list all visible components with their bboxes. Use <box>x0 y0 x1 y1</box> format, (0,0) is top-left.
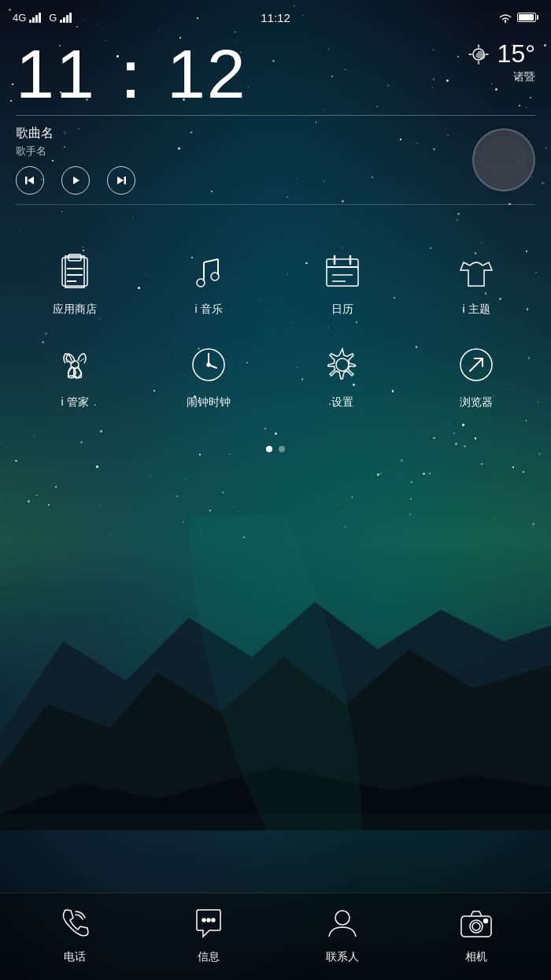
dock-item-camera[interactable]: 相机 <box>409 903 543 964</box>
contacts-icon <box>322 903 363 944</box>
network-g-label: G <box>49 12 57 24</box>
big-clock: 11：12 <box>16 39 247 109</box>
music-label: i 音乐 <box>195 303 223 317</box>
clock-area: 11：12 15° 诸暨 <box>0 32 551 109</box>
app-item-settings[interactable]: 设置 <box>276 329 409 422</box>
contacts-label: 联系人 <box>326 950 359 964</box>
theme-label: i 主题 <box>463 303 490 317</box>
camera-label: 相机 <box>465 950 487 964</box>
messages-icon <box>188 903 229 944</box>
app-item-clock[interactable]: 闹钟时钟 <box>142 329 276 422</box>
status-bar: 4G G 11:12 <box>0 0 551 32</box>
camera-icon <box>456 903 497 944</box>
dock-item-phone[interactable]: 电话 <box>8 903 142 964</box>
weather-icon <box>468 43 493 65</box>
dock-item-contacts[interactable]: 联系人 <box>276 903 409 964</box>
next-button[interactable] <box>107 166 135 195</box>
music-icon <box>186 249 231 295</box>
weather-city: 诸暨 <box>468 70 535 84</box>
album-art <box>472 128 535 191</box>
svg-point-38 <box>207 363 210 366</box>
music-area: 歌曲名 歌手名 <box>0 116 551 204</box>
play-button[interactable] <box>61 166 90 195</box>
calendar-label: 日历 <box>331 303 353 317</box>
svg-point-48 <box>472 922 480 930</box>
app-store-label: 应用商店 <box>53 303 97 317</box>
messages-label: 信息 <box>198 950 220 964</box>
status-left: 4G G <box>13 12 72 24</box>
svg-point-23 <box>197 279 205 287</box>
app-item-browser[interactable]: 浏览器 <box>409 329 543 422</box>
clock-label: 闹钟时钟 <box>187 395 231 410</box>
svg-point-42 <box>202 919 205 922</box>
app-item-theme[interactable]: i 主题 <box>409 236 543 329</box>
app-item-calendar[interactable]: 日历 <box>276 236 409 329</box>
status-right <box>498 12 538 23</box>
app-grid: 应用商店 i 音乐 日历 <box>0 205 551 438</box>
weather-temp: 15° <box>497 39 535 69</box>
svg-marker-13 <box>117 176 124 184</box>
browser-label: 浏览器 <box>460 395 493 410</box>
music-controls <box>16 166 472 195</box>
calendar-icon <box>320 249 365 295</box>
album-inner <box>480 136 527 184</box>
svg-point-44 <box>212 919 215 922</box>
app-item-app-store[interactable]: 应用商店 <box>8 236 142 329</box>
wifi-icon <box>498 12 512 23</box>
svg-marker-12 <box>73 176 80 184</box>
theme-icon <box>453 249 499 295</box>
signal-bars-right <box>60 12 72 23</box>
status-time: 11:12 <box>261 11 290 24</box>
svg-line-33 <box>80 358 84 362</box>
phone-icon <box>54 903 95 944</box>
weather-area: 15° 诸暨 <box>468 39 535 84</box>
dock: 电话 信息 联系人 <box>0 893 551 980</box>
battery-icon <box>517 13 538 22</box>
svg-point-49 <box>484 919 488 923</box>
svg-point-39 <box>336 358 349 371</box>
svg-point-45 <box>335 911 349 925</box>
page-dot-1[interactable] <box>266 446 272 452</box>
phone-label: 电话 <box>64 950 86 964</box>
app-item-music[interactable]: i 音乐 <box>142 236 276 329</box>
clock-icon <box>186 342 231 388</box>
svg-point-43 <box>207 919 210 922</box>
music-artist: 歌手名 <box>16 144 472 158</box>
settings-icon <box>320 342 365 388</box>
signal-bars-left <box>29 12 41 23</box>
app-item-manager[interactable]: i 管家 <box>8 329 142 422</box>
page-dot-2[interactable] <box>279 446 285 452</box>
svg-rect-25 <box>327 259 358 286</box>
svg-line-21 <box>204 259 218 262</box>
manager-icon <box>52 342 98 388</box>
app-store-icon <box>52 249 98 295</box>
svg-rect-14 <box>124 176 127 184</box>
svg-point-24 <box>211 273 219 280</box>
settings-label: 设置 <box>331 395 353 410</box>
prev-button[interactable] <box>16 166 44 195</box>
svg-rect-11 <box>25 176 28 184</box>
manager-label: i 管家 <box>61 395 89 410</box>
music-info: 歌曲名 歌手名 <box>16 125 472 195</box>
page-dots <box>0 438 551 465</box>
svg-line-41 <box>470 358 483 371</box>
dock-item-messages[interactable]: 信息 <box>142 903 276 964</box>
browser-icon <box>453 342 499 388</box>
svg-marker-10 <box>28 176 34 184</box>
network-4g-label: 4G <box>13 12 26 24</box>
music-title: 歌曲名 <box>16 125 472 142</box>
